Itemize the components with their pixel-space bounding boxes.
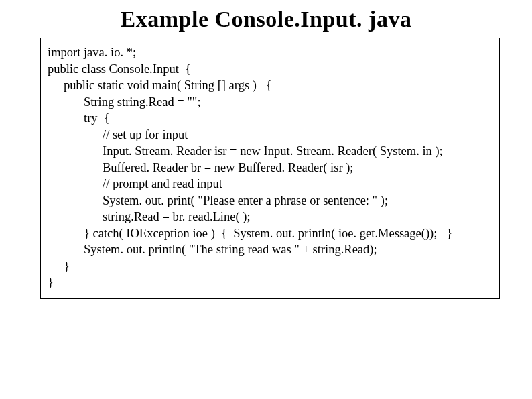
code-line: } catch( IOException ioe ) { System. out… [48, 227, 492, 240]
code-line: System. out. print( "Please enter a phra… [48, 194, 492, 207]
slide: Example Console.Input. java import java.… [0, 0, 532, 399]
code-line: public static void main( String [] args … [48, 79, 492, 92]
code-box: import java. io. *; public class Console… [40, 38, 500, 299]
code-line: // set up for input [48, 129, 492, 141]
code-line: System. out. println( "The string read w… [48, 243, 492, 256]
code-line: String string.Read = ""; [48, 96, 492, 109]
code-line: } [48, 276, 492, 289]
code-line: } [48, 260, 492, 273]
code-line: // prompt and read input [48, 178, 492, 190]
code-line: public class Console.Input { [48, 63, 492, 76]
slide-title: Example Console.Input. java [0, 7, 532, 32]
code-line: Buffered. Reader br = new Buffered. Read… [48, 162, 492, 174]
code-line: import java. io. *; [48, 46, 492, 59]
code-line: try { [48, 112, 492, 125]
code-line: string.Read = br. read.Line( ); [48, 211, 492, 223]
code-line: Input. Stream. Reader isr = new Input. S… [48, 145, 492, 158]
